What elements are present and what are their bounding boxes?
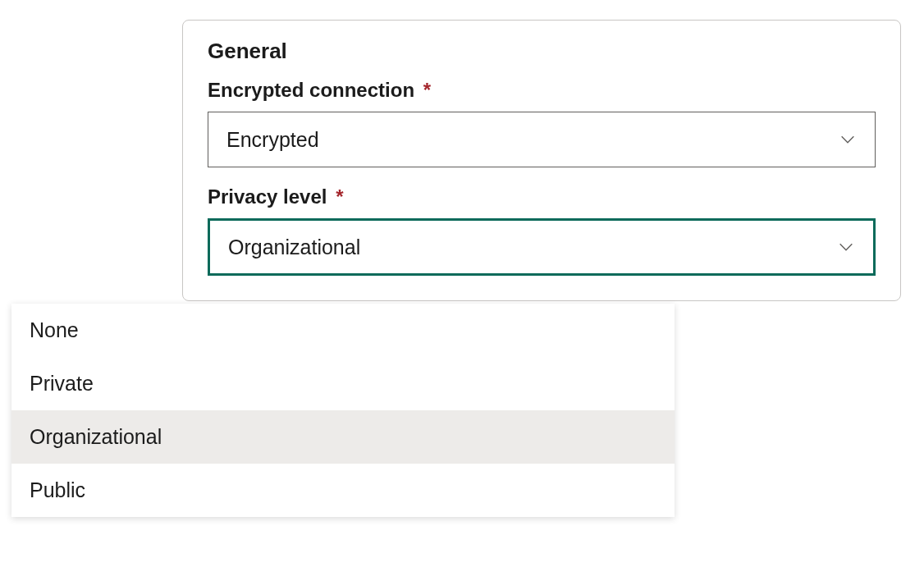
encrypted-connection-label-text: Encrypted connection <box>208 79 414 101</box>
encrypted-connection-value: Encrypted <box>226 128 319 152</box>
privacy-level-option-public[interactable]: Public <box>11 464 675 517</box>
chevron-down-icon <box>837 238 855 256</box>
general-panel: General Encrypted connection * Encrypted… <box>182 20 901 301</box>
privacy-level-value: Organizational <box>228 236 360 259</box>
required-mark: * <box>336 185 343 208</box>
privacy-level-label: Privacy level * <box>208 185 876 208</box>
encrypted-connection-select[interactable]: Encrypted <box>208 112 876 167</box>
privacy-level-option-none[interactable]: None <box>11 304 675 357</box>
privacy-level-option-organizational[interactable]: Organizational <box>11 410 675 464</box>
encrypted-connection-label: Encrypted connection * <box>208 79 876 102</box>
required-mark: * <box>423 79 431 101</box>
privacy-level-select[interactable]: Organizational <box>208 218 876 276</box>
privacy-level-dropdown: None Private Organizational Public <box>11 304 675 517</box>
privacy-level-option-private[interactable]: Private <box>11 357 675 410</box>
chevron-down-icon <box>839 130 857 149</box>
privacy-level-label-text: Privacy level <box>208 185 327 208</box>
section-title: General <box>208 39 876 64</box>
